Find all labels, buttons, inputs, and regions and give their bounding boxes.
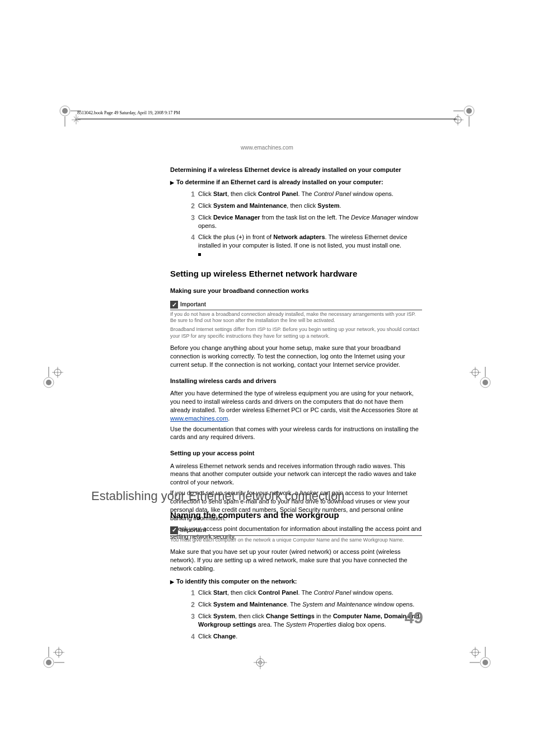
sec2-para1: Before you change anything about your ho… xyxy=(170,344,422,369)
svg-point-18 xyxy=(483,380,488,385)
crop-mark-mr xyxy=(470,367,492,389)
svg-point-12 xyxy=(46,380,51,385)
section1-task: ▶To determine if an Ethernet card is alr… xyxy=(170,178,422,186)
section3-steps: 1Click Start, then click Control Panel. … xyxy=(187,589,422,640)
svg-point-1 xyxy=(62,108,68,114)
callout-label: Important xyxy=(180,301,206,308)
section1-steps: 1Click Start, then click Control Panel. … xyxy=(187,190,422,258)
crop-mark-bc xyxy=(249,656,271,669)
callout-label-2: Important xyxy=(180,526,206,534)
accessories-link[interactable]: www.emachines.com xyxy=(170,415,228,422)
svg-point-24 xyxy=(46,660,51,665)
header-rule xyxy=(77,119,457,119)
section3-title: Naming the computers and the workgroup xyxy=(170,510,422,521)
section3-task-text: To identify this computer on the network… xyxy=(176,578,297,585)
main-content-2: Naming the computers and the workgroup ✓… xyxy=(170,510,422,644)
sec3-para1: Make sure that you have set up your rout… xyxy=(170,548,422,573)
callout-body-2: You must give each computer on the netwo… xyxy=(170,537,422,544)
section1-task-text: To determine if an Ethernet card is alre… xyxy=(176,179,383,185)
section2-title: Setting up wireless Ethernet network har… xyxy=(170,268,422,279)
sec2-para3: Use the documentation that comes with yo… xyxy=(170,425,422,442)
page-number: 49 xyxy=(405,608,423,627)
callout-body: If you do not have a broadband connectio… xyxy=(170,311,422,340)
sec2-para2b: . xyxy=(228,415,229,422)
section3-task: ▶To identify this computer on the networ… xyxy=(170,577,422,586)
page-url-header: www.emachines.com xyxy=(0,144,534,151)
arrow-icon: ▶ xyxy=(170,579,174,586)
crop-mark-tl xyxy=(58,104,81,127)
main-content: Determining if a wireless Ethernet devic… xyxy=(170,166,422,541)
section1-title: Determining if a wireless Ethernet devic… xyxy=(170,166,422,174)
svg-point-5 xyxy=(466,108,472,114)
section2-sub3: Setting up your access point xyxy=(170,449,422,457)
crop-mark-br xyxy=(470,647,492,669)
checkmark-icon: ✓ xyxy=(170,301,178,309)
crop-mark-tr xyxy=(453,104,476,127)
major-heading: Establishing your Ethernet network conne… xyxy=(91,489,422,503)
callout-header: ✓ Important xyxy=(170,301,422,310)
book-meta-header: 8513042.book Page 49 Saturday, April 19,… xyxy=(77,110,180,115)
section2-sub2: Installing wireless cards and drivers xyxy=(170,377,422,385)
arrow-icon: ▶ xyxy=(170,180,174,186)
section2-sub1: Making sure your broadband connection wo… xyxy=(170,287,422,295)
sec2-para2a: After you have determined the type of wi… xyxy=(170,390,418,413)
important-callout-2: ✓ Important You must give each computer … xyxy=(170,526,422,544)
sec2-para2: After you have determined the type of wi… xyxy=(170,389,422,422)
svg-point-35 xyxy=(483,660,488,665)
callout-header-2: ✓ Important xyxy=(170,526,422,536)
crop-mark-ml xyxy=(42,367,64,389)
page-root: 8513042.book Page 49 Saturday, April 19,… xyxy=(0,0,534,756)
crop-mark-bl xyxy=(42,647,64,669)
sec2-para4: A wireless Ethernet network sends and re… xyxy=(170,462,422,487)
checkmark-icon: ✓ xyxy=(170,526,178,534)
important-callout-1: ✓ Important If you do not have a broadba… xyxy=(170,301,422,340)
